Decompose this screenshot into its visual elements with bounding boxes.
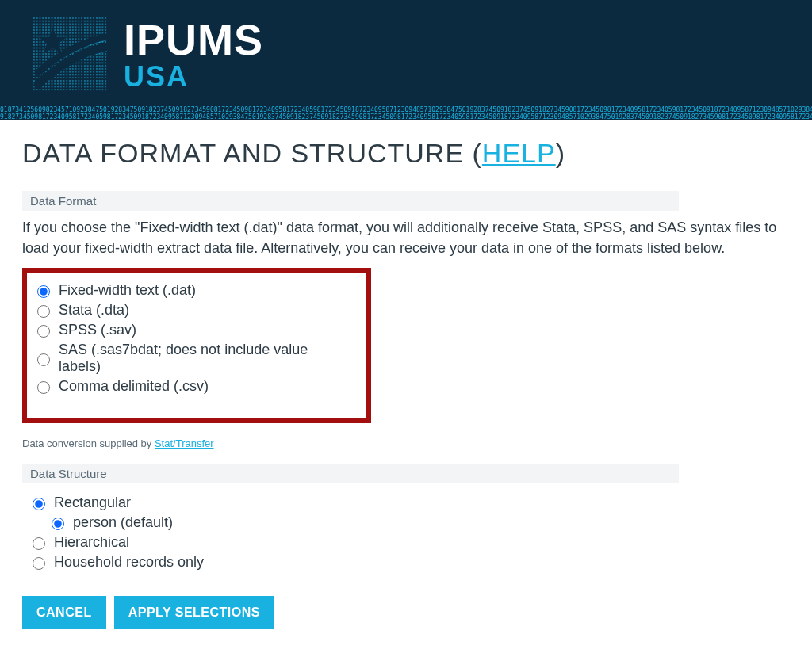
data-format-option[interactable]: Stata (.dta) — [33, 302, 352, 319]
data-format-option-label: Comma delimited (.csv) — [59, 378, 209, 395]
help-paren-close: ) — [556, 138, 565, 168]
main-content: DATA FORMAT AND STRUCTURE (HELP) Data Fo… — [0, 120, 812, 653]
data-format-radio[interactable] — [37, 353, 50, 366]
conversion-prefix: Data conversion supplied by — [22, 437, 155, 449]
data-structure-header: Data Structure — [22, 464, 679, 483]
data-format-explain: If you choose the "Fixed-width text (.da… — [22, 217, 790, 258]
page-title: DATA FORMAT AND STRUCTURE (HELP) — [22, 138, 790, 169]
data-structure-option[interactable]: Hierarchical — [29, 534, 790, 551]
logo[interactable]: IPUMS USA — [32, 17, 812, 92]
help-link[interactable]: HELP — [482, 138, 556, 168]
conversion-note: Data conversion supplied by Stat/Transfe… — [22, 437, 790, 449]
data-format-option-label: SAS (.sas7bdat; does not include value l… — [59, 342, 352, 375]
data-format-option-label: Fixed-width text (.dat) — [59, 282, 196, 299]
site-header: IPUMS USA — [0, 0, 812, 106]
data-structure-options: Rectangularperson (default)HierarchicalH… — [22, 490, 790, 571]
page-title-text: DATA FORMAT AND STRUCTURE — [22, 138, 473, 168]
data-format-radio[interactable] — [37, 285, 50, 298]
help-paren-open: ( — [473, 138, 482, 168]
data-format-radio[interactable] — [37, 305, 50, 318]
data-format-options: Fixed-width text (.dat)Stata (.dta)SPSS … — [33, 282, 352, 395]
apply-selections-button[interactable]: APPLY SELECTIONS — [114, 596, 274, 629]
data-structure-option-label: Rectangular — [54, 495, 131, 511]
action-buttons: CANCEL APPLY SELECTIONS — [22, 596, 790, 629]
cancel-button[interactable]: CANCEL — [22, 596, 106, 629]
logo-title-1: IPUMS — [124, 18, 263, 61]
stat-transfer-link[interactable]: Stat/Transfer — [155, 437, 214, 449]
data-format-option[interactable]: Comma delimited (.csv) — [33, 378, 352, 395]
data-structure-radio[interactable] — [33, 537, 45, 550]
data-structure-option[interactable]: Rectangular — [29, 495, 790, 511]
data-structure-option[interactable]: Household records only — [29, 554, 790, 571]
data-structure-option[interactable]: person (default) — [29, 514, 790, 531]
data-structure-radio[interactable] — [33, 557, 45, 570]
data-format-header: Data Format — [22, 191, 679, 211]
data-structure-radio[interactable] — [33, 498, 45, 510]
logo-text: IPUMS USA — [124, 18, 263, 91]
logo-icon — [32, 17, 109, 92]
data-structure-option-label: Hierarchical — [54, 534, 129, 551]
data-format-option[interactable]: SPSS (.sav) — [33, 322, 352, 338]
data-format-radio[interactable] — [37, 325, 50, 338]
data-format-highlight-box: Fixed-width text (.dat)Stata (.dta)SPSS … — [22, 268, 371, 423]
logo-title-2: USA — [124, 63, 263, 91]
data-format-option[interactable]: Fixed-width text (.dat) — [33, 282, 352, 299]
data-format-radio[interactable] — [37, 381, 50, 394]
data-structure-option-label: person (default) — [73, 514, 173, 531]
data-structure-option-label: Household records only — [54, 554, 204, 571]
data-format-option[interactable]: SAS (.sas7bdat; does not include value l… — [33, 342, 352, 375]
data-format-option-label: SPSS (.sav) — [59, 322, 136, 338]
data-structure-radio[interactable] — [52, 518, 64, 530]
decorative-strip: 0187341256098234571092384750192834750918… — [0, 106, 812, 120]
data-format-option-label: Stata (.dta) — [59, 302, 129, 319]
